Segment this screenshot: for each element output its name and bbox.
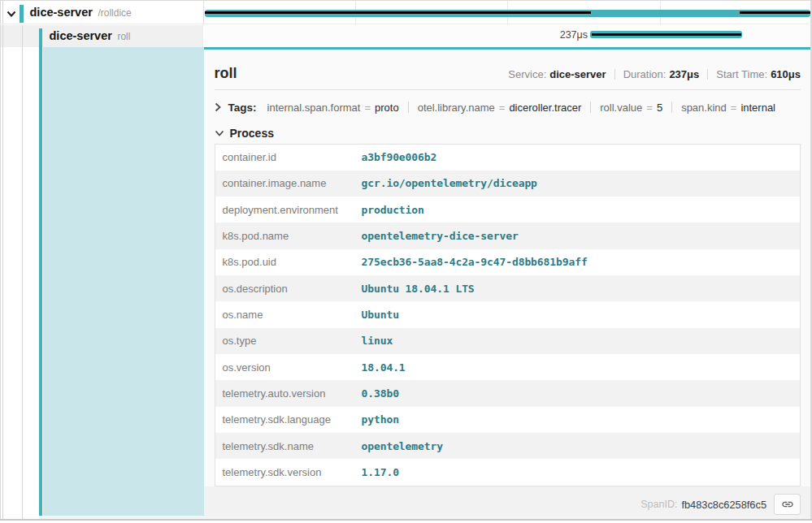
link-icon xyxy=(781,498,794,511)
process-table-row: container.ida3bf90e006b2 xyxy=(215,145,800,171)
critical-path-segment xyxy=(740,11,810,14)
span-duration-label: 237μs xyxy=(203,29,588,41)
process-value[interactable]: 0.38b0 xyxy=(362,387,399,400)
critical-path-segment xyxy=(592,33,741,36)
span-detail-header: roll Service:dice-server Duration:237μs … xyxy=(215,63,801,89)
process-key: os.description xyxy=(215,283,362,295)
process-table-row: os.descriptionUbuntu 18.04.1 LTS xyxy=(215,275,800,301)
tag-key: internal.span.format xyxy=(267,102,361,114)
process-key: telemetry.sdk.name xyxy=(215,440,362,452)
process-table-row: k8s.pod.uid275ecb36-5aa8-4c2a-9c47-d8bb6… xyxy=(215,249,800,275)
process-key: k8s.pod.name xyxy=(215,230,362,242)
process-value[interactable]: Ubuntu xyxy=(362,309,399,321)
process-key: os.version xyxy=(215,361,362,374)
process-value[interactable]: Ubuntu 18.04.1 LTS xyxy=(362,283,475,295)
process-table-row: telemetry.sdk.languagepython xyxy=(215,407,800,433)
span-row-root[interactable]: dice-server/rolldice xyxy=(0,1,812,24)
process-accordion[interactable]: Process xyxy=(215,124,274,142)
process-key: os.type xyxy=(215,335,362,347)
tag-equals: = xyxy=(499,102,506,114)
span-bar-root[interactable] xyxy=(205,10,810,17)
service-label: Service: xyxy=(508,68,546,80)
tags-accordion[interactable]: Tags: internal.span.format=protootel.lib… xyxy=(215,97,801,117)
chevron-down-icon xyxy=(7,11,16,18)
trace-timeline-page: dice-server/rolldice dice-serverroll 237… xyxy=(0,0,812,523)
process-table-row: os.version18.04.1 xyxy=(215,354,800,380)
process-key: telemetry.auto.version xyxy=(215,387,362,400)
tag-divider xyxy=(671,102,672,113)
tag-divider xyxy=(590,102,591,113)
process-key: container.id xyxy=(215,151,362,163)
process-table-row: telemetry.auto.version0.38b0 xyxy=(215,380,800,406)
tags-summary-list: internal.span.format=protootel.library.n… xyxy=(267,102,776,114)
service-color-block-root xyxy=(20,5,24,23)
tree-indent-guide-root xyxy=(2,1,3,519)
tag-key: otel.library.name xyxy=(418,102,495,114)
tag-equals: = xyxy=(364,102,371,114)
span-detail-backdrop xyxy=(43,47,205,516)
span-detail-panel: roll Service:dice-server Duration:237μs … xyxy=(204,47,811,516)
service-value: dice-server xyxy=(549,68,606,80)
process-key: k8s.pod.uid xyxy=(215,256,362,268)
start-time-value: 610μs xyxy=(771,68,801,80)
process-value[interactable]: opentelemetry xyxy=(362,440,443,452)
operation-name-root: /rolldice xyxy=(98,7,131,19)
duration-value: 237μs xyxy=(669,68,699,80)
start-time-label: Start Time: xyxy=(716,68,767,80)
page-border-left xyxy=(0,0,1,520)
process-value[interactable]: linux xyxy=(362,335,393,347)
service-name-root: dice-server xyxy=(30,6,93,19)
process-value[interactable]: 18.04.1 xyxy=(362,361,406,374)
critical-path-segment xyxy=(205,11,591,14)
tag-value: diceroller.tracer xyxy=(509,102,581,114)
tag-value: 5 xyxy=(657,102,662,114)
process-key: container.image.name xyxy=(215,177,362,189)
process-table-row: container.image.namegcr.io/opentelemetry… xyxy=(215,171,800,197)
process-key: telemetry.sdk.version xyxy=(215,466,362,478)
span-operation-title: roll xyxy=(215,63,237,84)
tags-label: Tags: xyxy=(228,102,257,114)
duration-label: Duration: xyxy=(623,68,667,80)
process-key: telemetry.sdk.language xyxy=(215,413,362,426)
tag-key: roll.value xyxy=(600,102,642,114)
tag-equals: = xyxy=(731,102,737,114)
process-table-row: os.typelinux xyxy=(215,328,800,354)
span-id-label: SpanID: xyxy=(640,499,677,510)
chevron-down-icon xyxy=(215,130,224,137)
process-value[interactable]: production xyxy=(362,204,424,216)
span-detail-footer: SpanID: fb483c8c6258f6c5 xyxy=(204,486,811,517)
process-value[interactable]: opentelemetry-dice-server xyxy=(362,230,519,242)
process-key-value-table: container.ida3bf90e006b2container.image.… xyxy=(215,144,801,486)
header-divider xyxy=(215,89,801,90)
service-name-child: dice-server xyxy=(50,29,112,42)
collapse-children-button[interactable] xyxy=(6,8,16,17)
chevron-right-icon xyxy=(215,102,221,112)
tag-equals: = xyxy=(646,102,653,114)
process-key: deployment.environment xyxy=(215,204,362,216)
process-label: Process xyxy=(230,127,274,140)
span-overview-meta: Service:dice-server Duration:237μs Start… xyxy=(508,68,801,80)
process-key: os.name xyxy=(215,309,362,321)
process-table-row: os.nameUbuntu xyxy=(215,301,800,327)
page-border-bottom xyxy=(0,519,812,521)
process-value[interactable]: a3bf90e006b2 xyxy=(362,151,437,163)
span-name-root[interactable]: dice-server/rolldice xyxy=(30,5,132,19)
span-id-value: fb483c8c6258f6c5 xyxy=(681,499,766,511)
tag-value: proto xyxy=(375,102,399,114)
operation-name-child: roll xyxy=(117,31,130,42)
deep-link-button[interactable] xyxy=(774,494,801,515)
tree-indent-guide-child xyxy=(22,25,23,519)
process-table-row: k8s.pod.nameopentelemetry-dice-server xyxy=(215,223,800,249)
tag-key: span.kind xyxy=(681,102,727,114)
process-value[interactable]: 1.17.0 xyxy=(362,466,399,478)
meta-divider xyxy=(707,69,708,80)
span-name-child[interactable]: dice-serverroll xyxy=(50,28,131,43)
span-bar-child[interactable] xyxy=(590,31,742,39)
meta-divider xyxy=(614,69,615,80)
process-table-row: telemetry.sdk.nameopentelemetry xyxy=(215,433,800,459)
span-row-child[interactable]: dice-serverroll 237μs xyxy=(0,25,812,47)
process-value[interactable]: gcr.io/opentelemetry/diceapp xyxy=(362,177,537,189)
process-table-row: telemetry.sdk.version1.17.0 xyxy=(215,459,800,485)
process-value[interactable]: python xyxy=(362,413,399,426)
process-value[interactable]: 275ecb36-5aa8-4c2a-9c47-d8bb681b9aff xyxy=(362,256,588,268)
